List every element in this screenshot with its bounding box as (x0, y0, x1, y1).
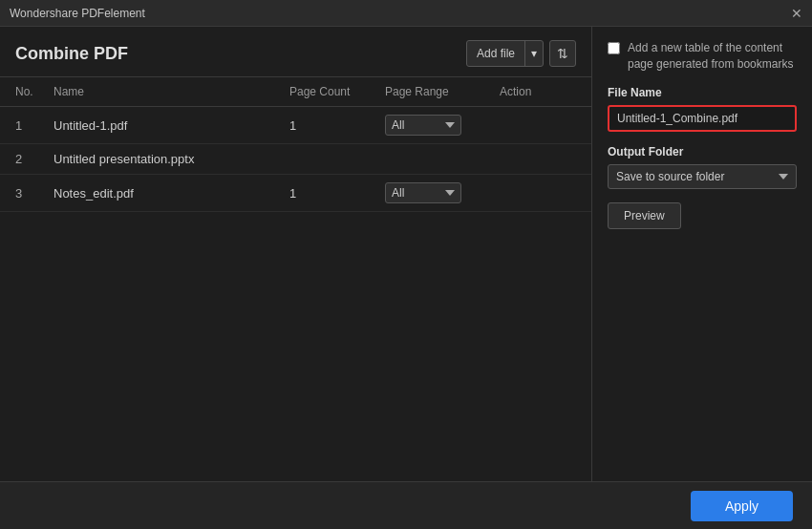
title-bar: Wondershare PDFelement ✕ (0, 0, 812, 27)
col-name: Name (53, 85, 289, 98)
row-1-name: Untitled-1.pdf (53, 118, 289, 133)
close-button[interactable]: ✕ (791, 7, 802, 20)
bottom-bar: Apply (0, 481, 812, 529)
row-3-range[interactable]: All Custom (385, 182, 500, 203)
output-folder-section: Output Folder Save to source folder Choo… (608, 145, 797, 189)
right-panel: Add a new table of the content page gene… (592, 27, 812, 529)
file-table: No. Name Page Count Page Range Action 1 … (0, 77, 591, 529)
file-name-section: File Name (608, 86, 797, 132)
row-3-count: 1 (289, 186, 385, 201)
output-folder-label: Output Folder (608, 145, 797, 159)
sort-button[interactable]: ⇅ (549, 40, 576, 67)
apply-button[interactable]: Apply (691, 491, 793, 521)
preview-button[interactable]: Preview (608, 202, 681, 229)
window-title: Wondershare PDFelement (10, 7, 145, 20)
output-folder-select[interactable]: Save to source folder Choose folder... (608, 164, 797, 189)
table-row: 3 Notes_edit.pdf 1 All Custom (0, 175, 591, 212)
table-header: No. Name Page Count Page Range Action (0, 77, 591, 107)
row-2-no: 2 (15, 152, 53, 166)
col-action: Action (500, 85, 576, 98)
add-file-button[interactable]: Add file ▾ (466, 40, 544, 67)
add-file-label[interactable]: Add file (467, 41, 525, 66)
file-name-label: File Name (608, 86, 797, 99)
row-2-name: Untitled presentation.pptx (53, 152, 289, 166)
row-1-count: 1 (289, 118, 385, 133)
add-file-dropdown-icon[interactable]: ▾ (525, 41, 543, 66)
file-name-input[interactable] (608, 105, 797, 132)
row-3-no: 3 (15, 186, 53, 201)
table-row: 2 Untitled presentation.pptx (0, 144, 591, 175)
table-row: 1 Untitled-1.pdf 1 All Custom (0, 107, 591, 144)
col-page-count: Page Count (289, 85, 385, 98)
bookmark-checkbox[interactable] (608, 42, 620, 54)
row-1-range-select[interactable]: All Custom (385, 115, 461, 136)
bookmark-label: Add a new table of the content page gene… (628, 40, 797, 73)
dialog-body: Combine PDF Add file ▾ ⇅ No. Name Page C… (0, 27, 812, 529)
left-header: Combine PDF Add file ▾ ⇅ (0, 27, 591, 77)
left-panel: Combine PDF Add file ▾ ⇅ No. Name Page C… (0, 27, 592, 529)
header-actions: Add file ▾ ⇅ (466, 40, 576, 67)
row-1-range[interactable]: All Custom (385, 115, 500, 136)
bookmark-option: Add a new table of the content page gene… (608, 40, 797, 73)
dialog-title: Combine PDF (15, 44, 128, 64)
row-3-name: Notes_edit.pdf (53, 186, 289, 201)
col-page-range: Page Range (385, 85, 500, 98)
col-no: No. (15, 85, 53, 98)
row-1-no: 1 (15, 118, 53, 133)
row-3-range-select[interactable]: All Custom (385, 182, 461, 203)
